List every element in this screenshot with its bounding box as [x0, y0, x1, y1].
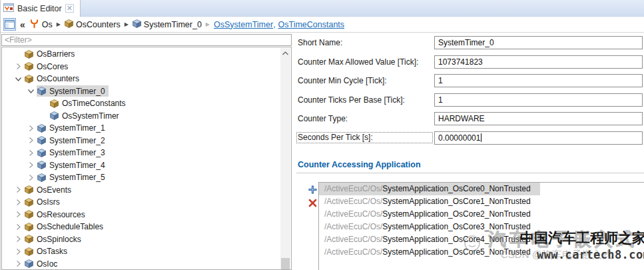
container-icon: [25, 259, 33, 268]
chevron-right-icon[interactable]: [25, 173, 37, 183]
app-reference-row[interactable]: /ActiveEcuC/Os/SystemApplication_OsCore4…: [319, 233, 644, 246]
tree-item-systemtimer-5[interactable]: SystemTimer_5: [2, 171, 280, 184]
reference-name: SystemApplication_OsCore4_NonTrusted: [382, 235, 530, 244]
breadcrumb: « Os▶OsCounters▶SystemTimer_0 ▶OsSystemT…: [0, 17, 644, 33]
tree-item-ossystemtimer[interactable]: OsSystemTimer: [2, 110, 280, 123]
reference-name: SystemApplication_OsCore2_NonTrusted: [382, 209, 530, 219]
tree-item-ostimeconstants[interactable]: OsTimeConstants: [2, 97, 280, 110]
tree-item-ostasks[interactable]: OsTasks: [2, 245, 280, 258]
tree-item-oscores[interactable]: OsCores: [2, 61, 280, 73]
counter-ticks-per-base-tick-input[interactable]: 1: [434, 93, 643, 107]
add-reference-button[interactable]: [307, 184, 318, 195]
container-icon: [37, 161, 46, 169]
breadcrumb-link-ostimeconstants[interactable]: OsTimeConstants: [278, 20, 344, 29]
chevron-right-icon[interactable]: [13, 197, 24, 207]
chevron-down-icon[interactable]: [25, 86, 37, 96]
section-title-counter-accessing-application: Counter Accessing Application: [298, 160, 421, 169]
breadcrumb-separator-icon: ▶: [57, 21, 61, 27]
reference-name: SystemApplication_OsCore0_NonTrusted: [382, 184, 530, 193]
reference-name: SystemApplication_OsCore3_NonTrusted: [382, 222, 530, 231]
tree-item-label: SystemTimer_1: [49, 123, 105, 133]
package-icon: [25, 185, 33, 194]
package-icon: [25, 235, 33, 243]
breadcrumb-item-oscounters[interactable]: OsCounters: [65, 19, 121, 30]
tree-item-systemtimer-1[interactable]: SystemTimer_1: [2, 122, 280, 135]
tree-item-osioc[interactable]: OsIoc: [2, 258, 280, 270]
tree-item-label: OsCounters: [37, 74, 79, 83]
collapse-breadcrumb-icon[interactable]: «: [20, 21, 25, 29]
app-reference-row[interactable]: /ActiveEcuC/Os/SystemApplication_OsCore5…: [319, 246, 644, 259]
tree-item-systemtimer-2[interactable]: SystemTimer_2: [2, 135, 280, 147]
tree-item-osspinlocks[interactable]: OsSpinlocks: [2, 233, 280, 246]
chevron-right-icon[interactable]: [13, 222, 24, 232]
section-divider: [296, 173, 644, 173]
chevron-down-icon[interactable]: [13, 74, 24, 84]
breadcrumb-item-systemtimer-0[interactable]: SystemTimer_0: [133, 19, 202, 30]
tab-basic-editor[interactable]: Basic Editor ✕: [0, 0, 81, 17]
tree-item-label: OsScheduleTables: [37, 222, 103, 231]
reference-path-prefix: /ActiveEcuC/Os/: [324, 184, 382, 193]
breadcrumb-item-label: OsCounters: [76, 20, 121, 29]
field-label-counter-min-cycle-tick: Counter Min Cycle [Tick]:: [298, 76, 433, 85]
app-reference-row[interactable]: /ActiveEcuC/Os/SystemApplication_OsCore3…: [319, 221, 644, 233]
chevron-right-icon[interactable]: [25, 123, 37, 133]
breadcrumb-item-label: SystemTimer_0: [144, 20, 202, 29]
field-label-short-name: Short Name:: [298, 38, 433, 47]
counter-max-allowed-value-tick-input[interactable]: 1073741823: [434, 55, 643, 69]
delete-reference-button[interactable]: [308, 198, 317, 207]
tree-item-systemtimer-3[interactable]: SystemTimer_3: [2, 147, 280, 159]
seconds-per-tick-s-input[interactable]: 0.00000001: [434, 131, 643, 145]
chevron-right-icon[interactable]: [13, 259, 24, 269]
tree-item-label: OsTimeConstants: [62, 99, 126, 108]
package-icon: [25, 210, 33, 219]
short-name-input[interactable]: SystemTimer_0: [434, 36, 643, 49]
tree-item-systemtimer-0[interactable]: SystemTimer_0: [2, 85, 280, 98]
package-icon: [50, 99, 59, 108]
tree-item-label: SystemTimer_5: [49, 173, 105, 182]
tree-item-oscounters[interactable]: OsCounters: [2, 73, 280, 85]
counter-min-cycle-tick-input[interactable]: 1: [434, 74, 643, 87]
form-row-short-name: Short Name:SystemTimer_0: [298, 36, 643, 49]
chevron-right-icon[interactable]: [13, 209, 24, 219]
breadcrumb-link-ossystemtimer[interactable]: OsSystemTimer: [214, 20, 273, 29]
package-icon: [25, 50, 33, 59]
package-icon: [25, 223, 33, 231]
editor-tab-bar: Basic Editor ✕: [0, 0, 644, 17]
chevron-right-icon[interactable]: [13, 247, 24, 257]
tree-item-osscheduletables[interactable]: OsScheduleTables: [2, 221, 280, 233]
package-icon: [65, 19, 73, 30]
chevron-right-icon[interactable]: [25, 160, 37, 170]
tree-item-label: OsResources: [37, 210, 85, 219]
chevron-right-icon[interactable]: [13, 61, 24, 71]
tree-filter-input[interactable]: <Filter>: [1, 34, 292, 46]
container-icon: [50, 111, 59, 120]
app-reference-row[interactable]: /ActiveEcuC/Os/SystemApplication_OsCore1…: [319, 195, 644, 208]
view-menu-button[interactable]: [3, 18, 16, 31]
package-icon: [25, 198, 33, 207]
tree-scrollbar[interactable]: [280, 48, 290, 269]
chevron-right-icon[interactable]: [25, 148, 37, 158]
counter-type-input[interactable]: HARDWARE: [434, 112, 643, 125]
tree-item-osevents[interactable]: OsEvents: [2, 184, 280, 197]
scroll-up-icon[interactable]: [280, 48, 290, 58]
tree-item-label: SystemTimer_4: [49, 161, 105, 170]
tab-close-icon[interactable]: ✕: [65, 4, 74, 13]
breadcrumb-item-os[interactable]: Os: [29, 19, 53, 31]
breadcrumb-separator-icon: ▶: [206, 21, 210, 27]
link-separator: ,: [273, 20, 275, 29]
tree-item-label: OsIoc: [37, 259, 57, 269]
tree-item-osbarriers[interactable]: OsBarriers: [2, 48, 280, 61]
app-reference-row[interactable]: /ActiveEcuC/Os/SystemApplication_OsCore0…: [319, 183, 644, 195]
app-reference-row[interactable]: /ActiveEcuC/Os/SystemApplication_OsCore2…: [319, 208, 644, 221]
container-icon: [37, 173, 46, 182]
reference-path-prefix: /ActiveEcuC/Os/: [324, 247, 382, 257]
tree-item-osresources[interactable]: OsResources: [2, 209, 280, 221]
chevron-right-icon[interactable]: [13, 234, 24, 244]
chevron-right-icon[interactable]: [25, 135, 37, 145]
scrollbar-thumb[interactable]: [281, 258, 290, 269]
tree-item-osisrs[interactable]: OsIsrs: [2, 196, 280, 209]
chevron-right-icon[interactable]: [13, 185, 24, 195]
tree-item-systemtimer-4[interactable]: SystemTimer_4: [2, 159, 280, 172]
tree-item-label: OsIsrs: [37, 197, 60, 207]
field-label-counter-ticks-per-base-tick: Counter Ticks Per Base [Tick]:: [298, 95, 433, 105]
